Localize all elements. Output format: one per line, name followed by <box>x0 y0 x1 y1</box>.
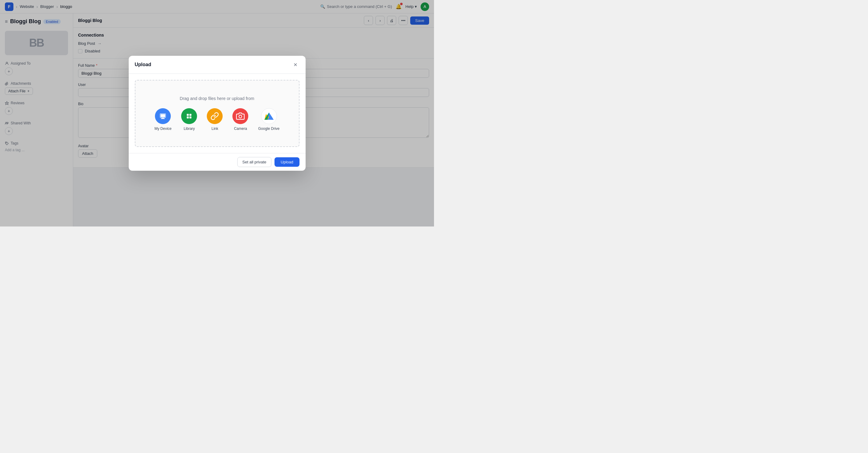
my-device-label: My Device <box>154 127 172 131</box>
svg-rect-11 <box>187 114 189 116</box>
modal-header: Upload ✕ <box>129 56 306 74</box>
svg-point-15 <box>239 115 242 118</box>
upload-sources: My Device Lib <box>154 108 279 131</box>
camera-label: Camera <box>234 127 247 131</box>
modal-close-button[interactable]: ✕ <box>291 61 300 69</box>
source-google-drive[interactable]: Google Drive <box>258 108 279 131</box>
library-label: Library <box>184 127 195 131</box>
svg-rect-14 <box>190 117 192 119</box>
camera-icon <box>232 108 248 124</box>
svg-rect-9 <box>161 114 165 117</box>
dropzone-text: Drag and drop files here or upload from <box>180 96 254 101</box>
modal-footer: Set all private Upload <box>129 153 306 171</box>
svg-rect-7 <box>161 119 165 119</box>
link-label: Link <box>211 127 218 131</box>
google-drive-icon <box>261 108 277 124</box>
source-camera[interactable]: Camera <box>232 108 248 131</box>
svg-rect-12 <box>190 114 192 116</box>
upload-modal: Upload ✕ Drag and drop files here or upl… <box>129 56 306 171</box>
modal-title: Upload <box>135 62 151 67</box>
set-all-private-button[interactable]: Set all private <box>237 157 272 167</box>
modal-overlay: Upload ✕ Drag and drop files here or upl… <box>0 0 434 226</box>
google-drive-label: Google Drive <box>258 127 279 131</box>
dropzone[interactable]: Drag and drop files here or upload from <box>135 80 300 147</box>
svg-rect-13 <box>187 117 189 119</box>
upload-button[interactable]: Upload <box>275 157 299 167</box>
link-icon <box>207 108 223 124</box>
my-device-icon <box>155 108 171 124</box>
library-icon <box>181 108 197 124</box>
source-library[interactable]: Library <box>181 108 197 131</box>
source-link[interactable]: Link <box>207 108 223 131</box>
modal-body: Drag and drop files here or upload from <box>129 74 306 153</box>
source-my-device[interactable]: My Device <box>154 108 172 131</box>
svg-rect-6 <box>162 118 164 118</box>
